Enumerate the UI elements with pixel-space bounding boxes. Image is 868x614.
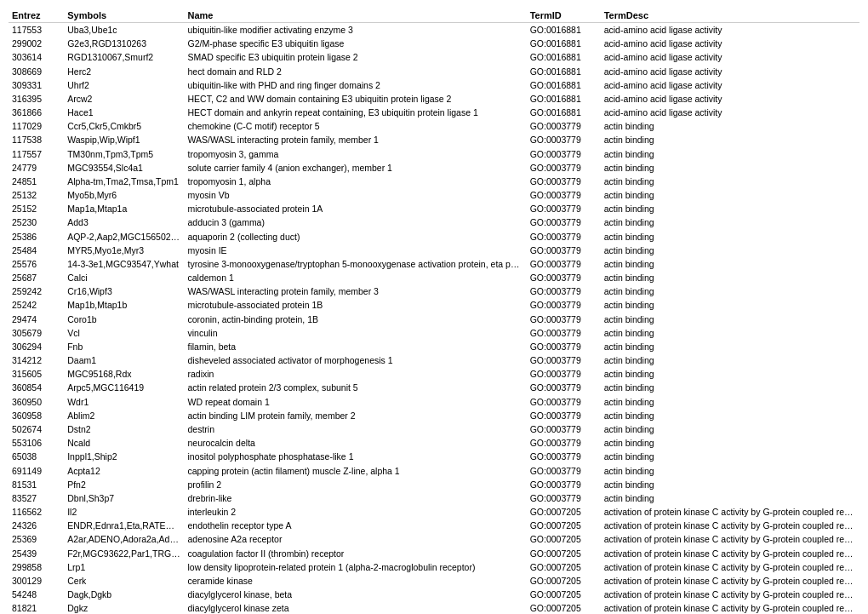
header-name: Name bbox=[185, 9, 527, 23]
table-cell: Waspip,Wip,Wipf1 bbox=[64, 133, 184, 146]
table-cell: GO:0003779 bbox=[527, 422, 601, 436]
gene-table: Entrez Symbols Name TermID TermDesc 1175… bbox=[9, 9, 859, 614]
table-cell: tyrosine 3-monooxygenase/tryptophan 5-mo… bbox=[185, 257, 527, 271]
table-cell: Ccr5,Ckr5,Cmkbr5 bbox=[64, 119, 184, 133]
table-cell: 361866 bbox=[9, 106, 64, 119]
table-cell: Ncald bbox=[64, 436, 184, 450]
table-cell: ubiquitin-like with PHD and ring finger … bbox=[185, 78, 527, 92]
table-cell: 360958 bbox=[9, 409, 64, 422]
table-cell: Alpha-tm,Tma2,Tmsa,Tpm1 bbox=[64, 175, 184, 188]
table-cell: Arcw2 bbox=[64, 92, 184, 106]
table-cell: GO:0007205 bbox=[527, 532, 601, 546]
table-cell: 24326 bbox=[9, 519, 64, 532]
table-cell: GO:0016881 bbox=[527, 37, 601, 50]
table-cell: GO:0016881 bbox=[527, 78, 601, 92]
table-cell: 305679 bbox=[9, 326, 64, 340]
table-cell: Coro1b bbox=[64, 313, 184, 326]
table-cell: activation of protein kinase C activity … bbox=[601, 601, 859, 614]
table-row: 299858Lrp1low density lipoprotein-relate… bbox=[9, 560, 859, 574]
table-cell: GO:0003779 bbox=[527, 271, 601, 284]
table-cell: 299002 bbox=[9, 37, 64, 50]
table-cell: coagulation factor II (thrombin) recepto… bbox=[185, 547, 527, 560]
table-row: 360854Arpc5,MGC116419actin related prote… bbox=[9, 381, 859, 394]
table-row: 2557614-3-3e1,MGC93547,Ywhattyrosine 3-m… bbox=[9, 257, 859, 271]
table-cell: Acpta12 bbox=[64, 464, 184, 478]
table-cell: Dstn2 bbox=[64, 422, 184, 436]
table-cell: acid-amino acid ligase activity bbox=[601, 92, 859, 106]
table-cell: diacylglycerol kinase, beta bbox=[185, 588, 527, 601]
table-cell: GO:0003779 bbox=[527, 381, 601, 394]
table-cell: Cr16,Wipf3 bbox=[64, 284, 184, 298]
table-cell: 25687 bbox=[9, 271, 64, 284]
table-cell: actin binding bbox=[601, 381, 859, 394]
table-row: 553106Ncaldneurocalcin deltaGO:0003779ac… bbox=[9, 436, 859, 450]
table-cell: TM30nm,Tpm3,Tpm5 bbox=[64, 147, 184, 161]
table-cell: actin binding bbox=[601, 215, 859, 229]
table-cell: actin binding bbox=[601, 257, 859, 271]
table-row: 29474Coro1bcoronin, actin-binding protei… bbox=[9, 313, 859, 326]
table-cell: 24779 bbox=[9, 161, 64, 175]
table-cell: actin binding bbox=[601, 119, 859, 133]
table-cell: Map1b,Mtap1b bbox=[64, 298, 184, 312]
table-cell: actin binding bbox=[601, 202, 859, 215]
header-symbols: Symbols bbox=[64, 9, 184, 23]
table-cell: microtubule-associated protein 1B bbox=[185, 298, 527, 312]
table-row: 24851Alpha-tm,Tma2,Tmsa,Tpm1tropomyosin … bbox=[9, 175, 859, 188]
table-cell: GO:0003779 bbox=[527, 353, 601, 367]
table-cell: acid-amino acid ligase activity bbox=[601, 106, 859, 119]
table-cell: GO:0003779 bbox=[527, 175, 601, 188]
table-cell: GO:0003779 bbox=[527, 215, 601, 229]
table-cell: actin binding bbox=[601, 478, 859, 491]
table-cell: interleukin 2 bbox=[185, 505, 527, 519]
table-cell: Hace1 bbox=[64, 106, 184, 119]
table-row: 25484MYR5,Myo1e,Myr3myosin IEGO:0003779a… bbox=[9, 244, 859, 257]
table-cell: 81531 bbox=[9, 478, 64, 491]
table-cell: Vcl bbox=[64, 326, 184, 340]
table-cell: 316395 bbox=[9, 92, 64, 106]
table-cell: 553106 bbox=[9, 436, 64, 450]
table-cell: GO:0016881 bbox=[527, 65, 601, 78]
table-cell: 24851 bbox=[9, 175, 64, 188]
table-cell: Dgkz bbox=[64, 601, 184, 614]
table-cell: Map1a,Mtap1a bbox=[64, 202, 184, 215]
table-cell: activation of protein kinase C activity … bbox=[601, 588, 859, 601]
table-cell: WAS/WASL interacting protein family, mem… bbox=[185, 284, 527, 298]
table-cell: actin binding bbox=[601, 326, 859, 340]
table-cell: GO:0003779 bbox=[527, 450, 601, 463]
table-cell: MGC93554,Slc4a1 bbox=[64, 161, 184, 175]
table-cell: activation of protein kinase C activity … bbox=[601, 547, 859, 560]
table-cell: 308669 bbox=[9, 65, 64, 78]
table-cell: low density lipoprotein-related protein … bbox=[185, 560, 527, 574]
table-cell: Calci bbox=[64, 271, 184, 284]
table-cell: myosin Vb bbox=[185, 188, 527, 202]
table-cell: GO:0007205 bbox=[527, 560, 601, 574]
table-cell: GO:0003779 bbox=[527, 367, 601, 381]
table-cell: actin binding bbox=[601, 436, 859, 450]
table-cell: GO:0003779 bbox=[527, 313, 601, 326]
table-row: 25439F2r,MGC93622,Par1,TRGPCcoagulation … bbox=[9, 547, 859, 560]
table-cell: capping protein (actin filament) muscle … bbox=[185, 464, 527, 478]
table-cell: GO:0003779 bbox=[527, 464, 601, 478]
table-cell: acid-amino acid ligase activity bbox=[601, 37, 859, 50]
table-cell: actin binding bbox=[601, 340, 859, 353]
table-cell: adenosine A2a receptor bbox=[185, 532, 527, 546]
table-cell: 299858 bbox=[9, 560, 64, 574]
table-cell: 300129 bbox=[9, 574, 64, 588]
table-row: 315605MGC95168,RdxradixinGO:0003779actin… bbox=[9, 367, 859, 381]
table-cell: acid-amino acid ligase activity bbox=[601, 78, 859, 92]
table-cell: drebrin-like bbox=[185, 491, 527, 505]
table-row: 117029Ccr5,Ckr5,Cmkbr5chemokine (C-C mot… bbox=[9, 119, 859, 133]
table-cell: 25576 bbox=[9, 257, 64, 271]
table-cell: SMAD specific E3 ubiquitin protein ligas… bbox=[185, 50, 527, 64]
table-cell: Cerk bbox=[64, 574, 184, 588]
table-cell: G2e3,RGD1310263 bbox=[64, 37, 184, 50]
table-row: 25242Map1b,Mtap1bmicrotubule-associated … bbox=[9, 298, 859, 312]
table-cell: 117553 bbox=[9, 23, 64, 37]
table-cell: caldemon 1 bbox=[185, 271, 527, 284]
table-row: 299002G2e3,RGD1310263G2/M-phase specific… bbox=[9, 37, 859, 50]
table-cell: GO:0007205 bbox=[527, 547, 601, 560]
table-cell: GO:0003779 bbox=[527, 119, 601, 133]
table-cell: 116562 bbox=[9, 505, 64, 519]
table-cell: myosin IE bbox=[185, 244, 527, 257]
table-cell: 25242 bbox=[9, 298, 64, 312]
